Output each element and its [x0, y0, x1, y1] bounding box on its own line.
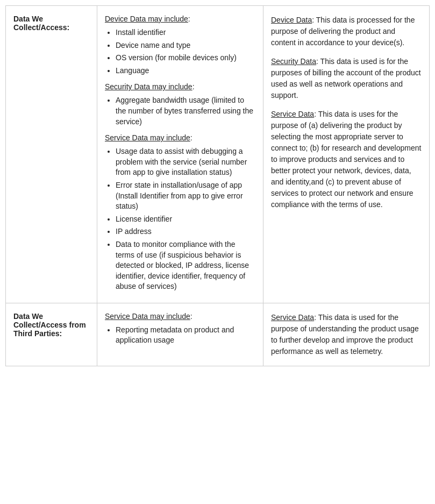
main-table: Data We Collect/Access:Device Data may i…: [5, 5, 430, 366]
purpose-paragraph: Service Data: This data is used for the …: [271, 312, 422, 357]
list-item: IP address: [116, 226, 255, 237]
table-row: Data We Collect/Access:Device Data may i…: [6, 6, 429, 303]
purpose-column: Service Data: This data is used for the …: [263, 303, 429, 366]
list-item: Language: [116, 66, 255, 76]
purpose-column: Device Data: This data is processed for …: [263, 6, 429, 303]
section-heading: Device Data may include:: [105, 15, 255, 27]
list-item: Error state in installation/usage of app…: [116, 180, 255, 212]
purpose-paragraph: Service Data: This data is uses for the …: [271, 109, 422, 210]
section-heading: Security Data may include:: [105, 82, 255, 95]
purpose-paragraph: Security Data: This data is used is for …: [271, 56, 422, 101]
table-row: Data We Collect/Access from Third Partie…: [6, 303, 429, 366]
row-label: Data We Collect/Access from Third Partie…: [6, 303, 97, 366]
purpose-term: Device Data: [271, 16, 312, 24]
list-item: Aggregate bandwidth usage (limited to th…: [116, 95, 255, 127]
list-item: Install identifier: [116, 27, 255, 38]
list-item: Reporting metadata on product and applic…: [116, 325, 255, 346]
list-item: Device name and type: [116, 40, 255, 51]
data-list: Install identifierDevice name and typeOS…: [105, 27, 255, 76]
list-item: License identifier: [116, 214, 255, 225]
list-item: OS version (for mobile devices only): [116, 53, 255, 63]
data-column: Device Data may include:Install identifi…: [97, 6, 263, 303]
data-list: Aggregate bandwidth usage (limited to th…: [105, 95, 255, 127]
purpose-term: Service Data: [271, 313, 314, 322]
data-column: Service Data may include:Reporting metad…: [97, 303, 263, 366]
purpose-term: Service Data: [271, 110, 314, 118]
list-item: Usage data to assist with debugging a pr…: [116, 146, 255, 178]
section-heading: Service Data may include:: [105, 133, 255, 146]
row-label: Data We Collect/Access:: [6, 6, 97, 303]
data-list: Reporting metadata on product and applic…: [105, 325, 255, 346]
purpose-term: Security Data: [271, 57, 316, 66]
list-item: Data to monitor compliance with the term…: [116, 239, 255, 292]
data-list: Usage data to assist with debugging a pr…: [105, 146, 255, 292]
purpose-paragraph: Device Data: This data is processed for …: [271, 15, 422, 48]
section-heading: Service Data may include:: [105, 312, 255, 325]
